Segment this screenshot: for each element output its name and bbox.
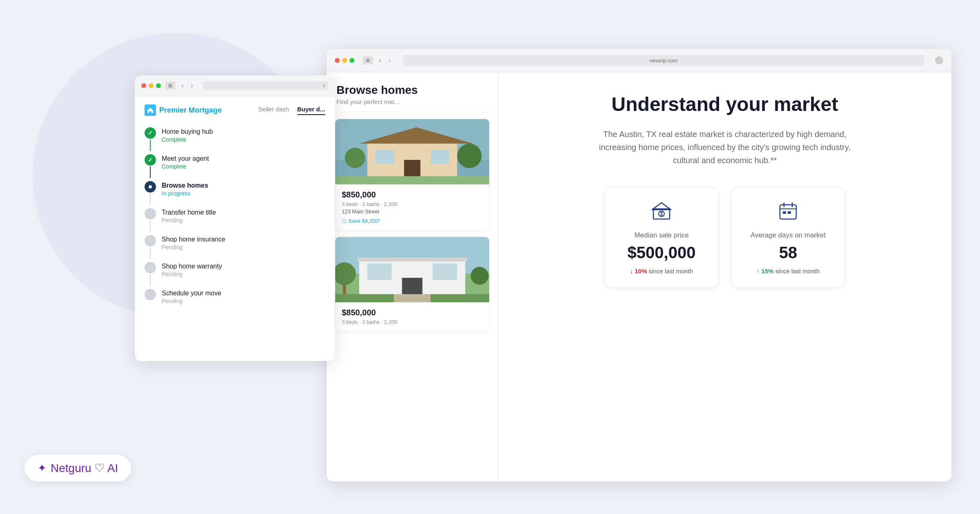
step-line-1 [150,140,151,151]
browse-title: Browse homes [336,84,488,97]
step-status-4: Pending [162,217,216,224]
dot-maximize-r[interactable] [350,58,354,63]
step-status-6: Pending [162,271,222,277]
svg-point-8 [457,144,482,168]
url-bar-left[interactable]: // [202,81,328,90]
dot-minimize-r[interactable] [342,58,347,63]
stat-card-days-market: Average days on market 58 ↑ 15% since la… [731,187,845,288]
home-details-2: $850,000 3 beds · 2 baths · 2,200 [335,302,489,331]
step-left-1: ✓ [145,127,156,151]
nav-back[interactable]: ‹ [180,81,185,90]
home-card-2[interactable]: $850,000 3 beds · 2 baths · 2,200 [335,237,490,331]
step-status-1: Complete [162,136,213,143]
dot-minimize[interactable] [149,83,154,88]
svg-rect-13 [357,257,468,261]
step-status-2: Complete [162,163,209,170]
checkmark-1: ✓ [148,130,153,136]
dot-indicator [149,185,152,188]
home-address-1: 123 Main Street [342,208,483,215]
browser-tab-icon: ⊞ [165,82,176,90]
stat-value-1: 58 [779,244,797,262]
step-circle-2: ✓ [145,154,156,166]
step-shop-warranty: Shop home warranty Pending [145,262,325,286]
home-price-1: $850,000 [342,190,483,199]
browser-chrome-left: ⊞ ‹ › // [135,75,335,96]
home-img-2 [335,237,489,302]
step-line-6 [150,274,151,286]
market-desc: The Austin, TX real estate market is cha… [586,128,864,167]
logo-icon [145,104,156,116]
stat-change-0: ↓ 10% since last month [630,268,693,275]
tab-buyer-dash[interactable]: Buyer d... [297,106,325,115]
step-title-5: Shop home insurance [162,236,225,243]
stat-change-1: ↑ 15% since last month [757,268,820,275]
checkmark-2: ✓ [148,157,153,163]
save-label-1: Save $4,250* [348,218,380,224]
step-line-5 [150,247,151,259]
netguru-label: Netguru ♡ AI [51,461,118,475]
sidebar-steps: ✓ Home buying hub Complete ✓ Meet your a… [135,116,335,319]
step-shop-insurance: Shop home insurance Pending [145,235,325,259]
step-home-buying-hub: ✓ Home buying hub Complete [145,127,325,151]
home-details-1: $850,000 3 beds · 2 baths · 2,200 123 Ma… [335,184,489,230]
browser-chrome-right: ⊞ ‹ › newzip.com [327,49,951,72]
right-content: Browse homes Find your perfect mat... [327,72,951,480]
step-text-1: Home buying hub Complete [162,127,213,151]
house-dollar-icon [651,201,672,225]
logo-text: Premier Mortgage [159,106,222,115]
change-arrow-up: ↑ 15% [757,268,774,275]
app-header: Premier Mortgage Seller dash Buyer d... [135,96,335,116]
nav-forward-r[interactable]: › [387,56,392,65]
step-meet-agent: ✓ Meet your agent Complete [145,154,325,178]
save-icon-1: ⬡ [342,218,346,224]
calendar-icon [778,201,798,225]
svg-rect-16 [433,264,457,280]
step-line-2 [150,166,151,178]
step-title-3: Browse homes [162,182,208,189]
dot-maximize[interactable] [156,83,161,88]
svg-rect-32 [783,211,786,214]
svg-rect-9 [335,176,489,184]
step-line-3 [150,193,151,205]
step-text-4: Transfer home title Pending [162,208,216,232]
step-circle-6 [145,262,156,273]
tab-seller-dash[interactable]: Seller dash [258,106,289,115]
browse-panel: Browse homes Find your perfect mat... [327,72,498,480]
netguru-badge[interactable]: ✦ Netguru ♡ AI [24,455,131,481]
stat-value-0: $500,000 [628,244,696,262]
browser-tab-icon-r: ⊞ [363,56,373,64]
change-text-0: since last month [649,268,693,275]
step-title-6: Shop home warranty [162,263,222,270]
logo-area: Premier Mortgage [145,104,222,116]
browser-right: ⊞ ‹ › newzip.com Browse homes Find your … [327,49,951,481]
step-left-5 [145,235,156,259]
step-transfer-title: Transfer home title Pending [145,208,325,232]
home-save-1[interactable]: ⬡ Save $4,250* [342,218,483,224]
info-panel: Understand your market The Austin, TX re… [498,72,951,480]
step-circle-1: ✓ [145,127,156,139]
step-text-2: Meet your agent Complete [162,154,209,178]
step-circle-4 [145,208,156,219]
stat-card-median-price: Median sale price $500,000 ↓ 10% since l… [604,187,719,288]
nav-back-r[interactable]: ‹ [377,56,383,65]
url-bar-right[interactable]: newzip.com [403,55,924,66]
stat-label-1: Average days on market [751,231,826,239]
browser-dots-left [141,83,161,88]
home-card-1[interactable]: $850,000 3 beds · 2 baths · 2,200 123 Ma… [335,119,490,230]
svg-rect-6 [431,150,449,164]
dot-close[interactable] [141,83,146,88]
step-left-6 [145,262,156,286]
home-price-2: $850,000 [342,308,483,317]
svg-point-19 [471,267,489,285]
dot-close-r[interactable] [335,58,340,63]
browser-dots-right [335,58,354,63]
step-status-5: Pending [162,244,225,250]
svg-rect-33 [788,211,791,214]
step-circle-5 [145,235,156,246]
svg-point-7 [345,148,365,168]
step-browse-homes: Browse homes In progress [145,181,325,205]
step-text-6: Shop home warranty Pending [162,262,222,286]
browse-header: Browse homes Find your perfect mat... [327,72,498,112]
step-text-7: Schedule your move Pending [162,289,221,304]
nav-forward[interactable]: › [189,81,194,90]
